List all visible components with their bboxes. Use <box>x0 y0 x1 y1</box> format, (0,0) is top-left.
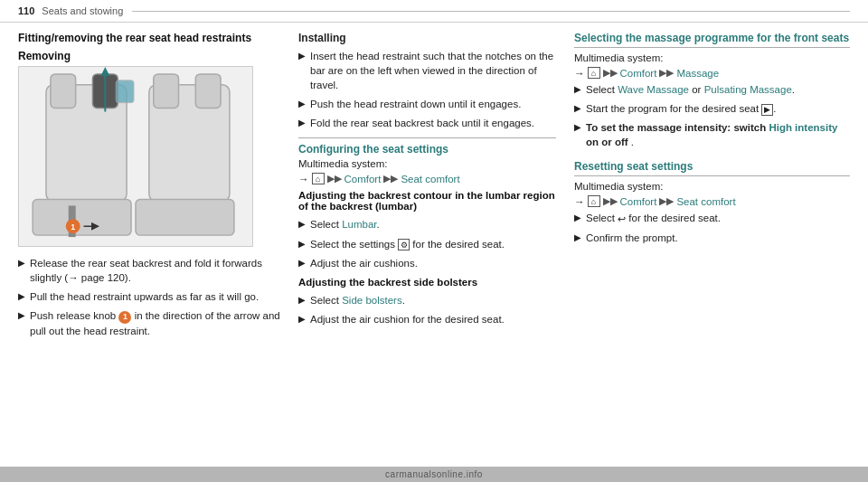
double-arrow: ▶▶ <box>327 173 342 184</box>
list-item: ▶ Adjust the air cushions. <box>298 256 556 270</box>
middle-column: Installing ▶ Insert the head restraint s… <box>298 32 556 458</box>
resetting-multimedia: Multimedia system: <box>574 181 850 192</box>
home-icon: ⌂ <box>588 195 600 207</box>
bullet-text: Select Side bolsters. <box>310 293 405 307</box>
page-number: 110 <box>18 5 34 16</box>
bullet-icon: ▶ <box>574 121 581 134</box>
undo-icon: ↩ <box>618 213 626 226</box>
bolsters-title: Adjusting the backrest side bolsters <box>298 277 556 288</box>
bullet-icon: ▶ <box>18 257 25 269</box>
section-title: Seats and stowing <box>42 5 123 16</box>
divider <box>574 47 850 48</box>
list-item: ▶ Select Lumbar. <box>298 217 556 232</box>
divider <box>298 137 556 138</box>
selecting-bullets: ▶ Select Wave Massage or Pulsating Massa… <box>574 82 850 149</box>
left-column: Fitting/removing the rear seat head rest… <box>18 32 280 458</box>
installing-title: Installing <box>298 32 556 44</box>
content-area: Fitting/removing the rear seat head rest… <box>0 23 868 467</box>
lumbar-title: Adjusting the backrest contour in the lu… <box>298 190 556 212</box>
list-item: ▶ Start the program for the desired seat… <box>574 101 850 116</box>
bullet-icon: ▶ <box>18 309 25 322</box>
footer-text: carmanualsonline.info <box>385 469 483 479</box>
bullet-icon: ▶ <box>298 238 306 250</box>
nav-arrow: → <box>574 68 585 79</box>
multimedia-text: Multimedia system: <box>574 181 663 192</box>
list-item: ▶ Select Wave Massage or Pulsating Massa… <box>574 82 850 97</box>
list-item: ▶ To set the massage intensity: switch H… <box>574 120 850 149</box>
svg-rect-2 <box>51 74 76 109</box>
svg-text:1: 1 <box>71 222 75 232</box>
nav-arrow: → <box>574 196 585 207</box>
bullet-text: Select ↩ for the desired seat. <box>586 211 721 226</box>
double-arrow2: ▶▶ <box>383 173 398 184</box>
bullet-text: Push release knob 1 in the direction of … <box>30 308 280 337</box>
right-column: Selecting the massage programme for the … <box>574 32 850 458</box>
bullet-icon: ▶ <box>298 50 306 62</box>
bullet-icon: ▶ <box>574 83 581 96</box>
bullet-text: To set the massage intensity: switch Hig… <box>586 120 850 149</box>
bullet-text: Insert the head restraint such that the … <box>310 49 556 92</box>
bullet-icon: ▶ <box>574 232 581 244</box>
svg-rect-14 <box>195 74 221 109</box>
list-item: ▶ Push release knob 1 in the direction o… <box>18 308 280 337</box>
bullet-text: Start the program for the desired seat ▶… <box>586 101 777 116</box>
settings-icon: ⚙ <box>398 239 410 250</box>
circle-number: 1 <box>118 311 131 324</box>
bullet-text: Confirm the prompt. <box>586 231 678 245</box>
comfort-link: Comfort <box>344 174 382 184</box>
bullet-icon: ▶ <box>18 290 25 303</box>
seat-comfort-link: Seat comfort <box>401 174 459 184</box>
double-arrow2: ▶▶ <box>659 195 674 207</box>
svg-rect-15 <box>136 200 234 236</box>
svg-rect-7 <box>33 200 131 236</box>
list-item: ▶ Insert the head restraint such that th… <box>298 49 556 92</box>
left-section-title: Fitting/removing the rear seat head rest… <box>18 32 280 44</box>
bullet-icon: ▶ <box>298 117 306 129</box>
configuring-title: Configuring the seat settings <box>298 143 556 156</box>
bullet-text: Release the rear seat backrest and fold … <box>30 256 280 285</box>
double-arrow: ▶▶ <box>603 195 618 207</box>
list-item: ▶ Pull the head restraint upwards as far… <box>18 289 280 304</box>
bullet-text: Select Lumbar. <box>310 217 380 232</box>
list-item: ▶ Fold the rear seat backrest back until… <box>298 116 556 130</box>
bullet-icon: ▶ <box>574 102 581 115</box>
removing-subtitle: Removing <box>18 50 280 62</box>
seat-comfort-link2: Seat comfort <box>676 196 735 207</box>
svg-rect-6 <box>116 80 134 103</box>
bullet-text: Select the settings ⚙ for the desired se… <box>310 237 505 251</box>
double-arrow2: ▶▶ <box>659 67 674 79</box>
multimedia-label: Multimedia system: <box>298 158 556 169</box>
bullet-text: Adjust the air cushion for the desired s… <box>310 312 505 326</box>
left-bullets: ▶ Release the rear seat backrest and fol… <box>18 256 280 338</box>
selecting-multimedia: Multimedia system: <box>574 52 850 63</box>
nav-arrow: → <box>298 174 309 184</box>
bullet-icon: ▶ <box>298 313 306 326</box>
selecting-path: → ⌂ ▶▶ Comfort ▶▶ Massage <box>574 67 850 79</box>
list-item: ▶ Select the settings ⚙ for the desired … <box>298 237 556 251</box>
bullet-icon: ▶ <box>298 98 306 110</box>
bullet-icon: ▶ <box>574 212 581 224</box>
bullet-text: Pull the head restraint upwards as far a… <box>30 289 259 304</box>
multimedia-path: → ⌂ ▶▶ Comfort ▶▶ Seat comfort <box>298 173 556 184</box>
page-container: 110 Seats and stowing Fitting/removing t… <box>0 0 868 482</box>
list-item: ▶ Release the rear seat backrest and fol… <box>18 256 280 285</box>
home-icon: ⌂ <box>312 173 325 184</box>
bullet-text: Select Wave Massage or Pulsating Massage… <box>586 82 795 97</box>
svg-rect-13 <box>154 74 179 109</box>
list-item: ▶ Push the head restraint down until it … <box>298 97 556 111</box>
massage-link: Massage <box>676 68 719 79</box>
double-arrow: ▶▶ <box>603 67 618 79</box>
multimedia-text: Multimedia system: <box>574 52 663 63</box>
bullet-icon: ▶ <box>298 218 306 231</box>
list-item: ▶ Confirm the prompt. <box>574 231 850 245</box>
comfort-link: Comfort <box>620 196 657 207</box>
divider2 <box>574 175 850 176</box>
resetting-path: → ⌂ ▶▶ Comfort ▶▶ Seat comfort <box>574 195 850 207</box>
list-item: ▶ Adjust the air cushion for the desired… <box>298 312 556 326</box>
bullet-text: Push the head restraint down until it en… <box>310 97 521 111</box>
resetting-bullets: ▶ Select ↩ for the desired seat. ▶ Confi… <box>574 211 850 245</box>
selecting-title: Selecting the massage programme for the … <box>574 32 850 44</box>
comfort-link: Comfort <box>620 68 657 79</box>
bullet-icon: ▶ <box>298 294 306 307</box>
bolsters-bullets: ▶ Select Side bolsters. ▶ Adjust the air… <box>298 293 556 326</box>
